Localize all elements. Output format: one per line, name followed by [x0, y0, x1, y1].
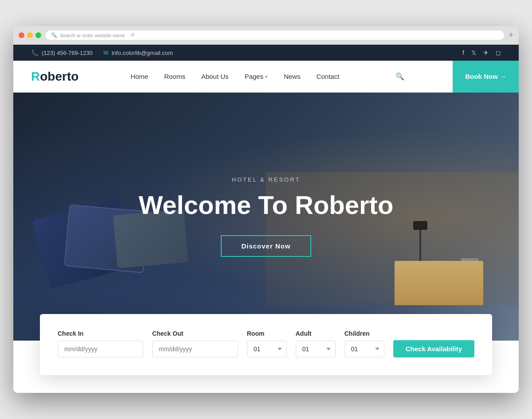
address-bar[interactable]: 🔍 Search or enter website name ↺: [46, 31, 504, 40]
hero-content: HOTEL & RESORT Welcome To Roberto Discov…: [139, 176, 394, 257]
nav-home[interactable]: Home: [122, 61, 156, 93]
check-out-label: Check Out: [152, 330, 238, 337]
children-group: Children 01 02 03: [344, 330, 384, 357]
logo-text: oberto: [40, 70, 78, 84]
navbar: Roberto Home Rooms About Us Pages ▾ News…: [13, 61, 519, 93]
main-nav: Home Rooms About Us Pages ▾ News Contact: [122, 61, 347, 93]
logo-r: R: [31, 70, 40, 84]
maximize-button[interactable]: [35, 32, 41, 38]
top-bar: 📞 (123) 456-789-1230 ✉ info.colorlib@gma…: [13, 45, 519, 61]
new-tab-button[interactable]: +: [509, 31, 513, 40]
check-in-label: Check In: [58, 330, 143, 337]
minimize-button[interactable]: [27, 32, 33, 38]
form-row: Check In Check Out Room 01 02 03 04: [58, 330, 474, 357]
email-icon: ✉: [103, 49, 109, 56]
nav-news[interactable]: News: [276, 61, 309, 93]
room-label: Room: [247, 330, 287, 337]
adult-group: Adult 01 02 03 04: [296, 330, 336, 357]
room-select[interactable]: 01 02 03 04: [247, 341, 287, 357]
phone-number: (123) 456-789-1230: [42, 50, 93, 56]
check-out-group: Check Out: [152, 330, 238, 357]
hero-section: HOTEL & RESORT Welcome To Roberto Discov…: [13, 93, 519, 341]
children-select[interactable]: 01 02 03: [344, 341, 384, 357]
nav-rooms[interactable]: Rooms: [156, 61, 193, 93]
phone-contact: 📞 (123) 456-789-1230: [31, 49, 93, 56]
adult-select[interactable]: 01 02 03 04: [296, 341, 336, 357]
search-button[interactable]: 🔍: [391, 72, 409, 81]
hero-title: Welcome To Roberto: [139, 191, 394, 219]
check-in-group: Check In: [58, 330, 143, 357]
nav-contact[interactable]: Contact: [309, 61, 348, 93]
phone-icon: 📞: [31, 49, 39, 56]
email-contact: ✉ info.colorlib@gmail.com: [103, 49, 173, 56]
search-icon: 🔍: [51, 32, 57, 38]
lamp-head: [413, 221, 427, 230]
email-address: info.colorlib@gmail.com: [112, 50, 173, 56]
chevron-down-icon: ▾: [265, 61, 268, 93]
address-text: Search or enter website name: [60, 33, 125, 38]
facebook-link[interactable]: f: [462, 49, 464, 56]
tripadvisor-link[interactable]: ✈: [483, 49, 489, 56]
browser-dots: [19, 32, 41, 38]
hero-subtitle: HOTEL & RESORT: [139, 176, 394, 183]
nav-pages[interactable]: Pages ▾: [237, 61, 276, 93]
check-in-input[interactable]: [58, 341, 143, 357]
browser-window: 🔍 Search or enter website name ↺ + 📞 (12…: [13, 26, 519, 393]
site-logo[interactable]: Roberto: [31, 70, 78, 84]
book-now-button[interactable]: Book Now →: [453, 61, 519, 93]
page-bottom: [13, 375, 519, 393]
discover-button[interactable]: Discover Now: [221, 235, 311, 257]
bedside-item: [461, 258, 479, 261]
room-group: Room 01 02 03 04: [247, 330, 287, 357]
website-content: 📞 (123) 456-789-1230 ✉ info.colorlib@gma…: [13, 45, 519, 393]
nightstand: [395, 261, 483, 305]
social-links: f 𝕏 ✈ ◻: [462, 49, 501, 56]
booking-form: Check In Check Out Room 01 02 03 04: [40, 314, 492, 375]
refresh-icon[interactable]: ↺: [130, 32, 134, 38]
twitter-link[interactable]: 𝕏: [471, 49, 476, 56]
check-availability-button[interactable]: Check Availability: [393, 340, 474, 357]
check-out-input[interactable]: [152, 341, 238, 357]
instagram-link[interactable]: ◻: [496, 49, 501, 56]
top-bar-left: 📞 (123) 456-789-1230 ✉ info.colorlib@gma…: [31, 49, 173, 56]
children-label: Children: [344, 330, 384, 337]
adult-label: Adult: [296, 330, 336, 337]
close-button[interactable]: [19, 32, 24, 38]
nav-about-us[interactable]: About Us: [193, 61, 237, 93]
browser-chrome: 🔍 Search or enter website name ↺ +: [13, 26, 519, 45]
